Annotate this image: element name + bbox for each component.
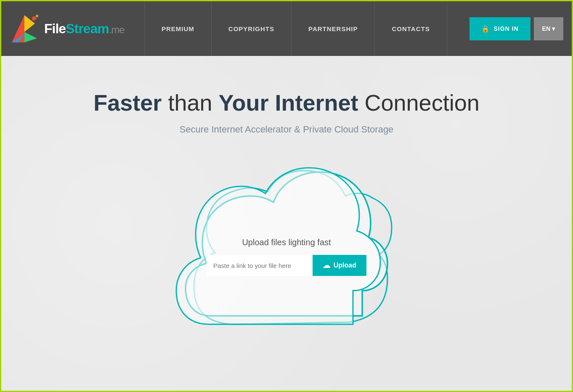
nav-links: PREMIUM COPYRIGHTS PARTNERSHIP CONTACTS <box>144 1 470 56</box>
hero-title: Faster than Your Internet Connection <box>93 90 479 116</box>
upload-form: ☁ Upload <box>207 255 366 276</box>
hero-title-connection: Connection <box>365 90 480 115</box>
url-input[interactable] <box>207 255 313 276</box>
sign-in-label: SIGN IN <box>493 25 518 32</box>
upload-cloud-icon: ☁ <box>323 261 330 270</box>
nav-item-copyrights[interactable]: COPYRIGHTS <box>212 1 292 56</box>
lock-icon: 🔒 <box>481 25 490 33</box>
lang-label: EN <box>542 25 550 32</box>
hero-title-than: than <box>168 90 218 115</box>
nav-actions: 🔒 SIGN IN EN ▾ <box>470 17 563 40</box>
svg-marker-2 <box>24 32 37 42</box>
upload-button[interactable]: ☁ Upload <box>313 255 366 276</box>
svg-point-4 <box>32 16 36 21</box>
logo-text: FileStream.me <box>44 21 125 37</box>
logo-icon <box>10 11 39 47</box>
hero-subtitle: Secure Internet Accelerator & Private Cl… <box>180 124 394 135</box>
nav-item-contacts[interactable]: CONTACTS <box>375 1 447 56</box>
language-button[interactable]: EN ▾ <box>534 17 563 40</box>
upload-button-label: Upload <box>334 262 356 269</box>
logo: FileStream.me <box>10 11 127 47</box>
chevron-down-icon: ▾ <box>552 25 555 32</box>
hero-title-faster: Faster <box>93 90 162 115</box>
navbar: FileStream.me PREMIUM COPYRIGHTS PARTNER… <box>1 1 572 56</box>
sign-in-button[interactable]: 🔒 SIGN IN <box>470 17 530 40</box>
cloud-upload-area: Upload files lighting fast ☁ Upload <box>169 164 404 345</box>
upload-label: Upload files lighting fast <box>207 238 366 247</box>
cloud-content: Upload files lighting fast ☁ Upload <box>207 238 366 276</box>
nav-item-partnership[interactable]: PARTNERSHIP <box>292 1 375 56</box>
nav-item-premium[interactable]: PREMIUM <box>144 1 212 56</box>
main-content: Faster than Your Internet Connection Sec… <box>1 56 572 392</box>
svg-point-5 <box>36 15 38 17</box>
hero-title-your-internet: Your Internet <box>218 90 358 115</box>
